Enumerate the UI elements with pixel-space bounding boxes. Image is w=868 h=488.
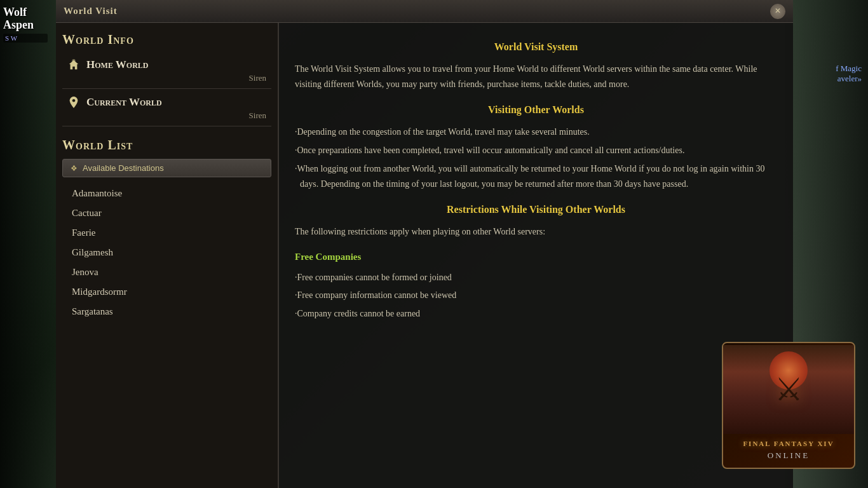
char-name-wolf: Wolf xyxy=(3,6,48,19)
home-icon-svg xyxy=(68,59,79,71)
svg-point-0 xyxy=(72,59,75,62)
home-world-entry: Home World Siren xyxy=(62,55,271,89)
ffxiv-art-figure: ⚔ xyxy=(775,371,803,408)
ffxiv-art: ⚔ xyxy=(723,345,854,434)
info-title-visiting: Visiting Other Worlds xyxy=(295,102,777,118)
close-icon: ✕ xyxy=(775,6,781,16)
title-bar: World Visit ✕ xyxy=(56,0,793,23)
content-area: World Info Home World Siren xyxy=(56,23,793,488)
world-list: Adamantoise Cactuar Faerie Gilgamesh Jen… xyxy=(62,184,271,322)
info-text-free-companies: ·Free companies cannot be formed or join… xyxy=(295,270,777,322)
right-game-text: f Magic aveler» xyxy=(836,64,862,84)
info-text-restrictions-intro: The following restrictions apply when pl… xyxy=(295,224,777,240)
list-item[interactable]: Midgardsormr xyxy=(69,282,271,302)
world-info-title: World Info xyxy=(62,32,271,47)
current-world-row: Current World xyxy=(62,92,271,112)
home-world-server: Siren xyxy=(62,73,271,83)
list-item[interactable]: Cactuar xyxy=(69,203,271,223)
world-list-title: World List xyxy=(62,138,271,152)
home-world-row: Home World xyxy=(62,55,271,75)
magic-text: f Magic xyxy=(836,64,862,74)
current-world-entry: Current World Siren xyxy=(62,92,271,126)
info-subtitle-free-companies: Free Companies xyxy=(295,249,777,265)
svg-point-1 xyxy=(72,99,76,102)
traveler-text: aveler» xyxy=(836,74,862,84)
home-world-icon xyxy=(67,58,80,71)
info-panel[interactable]: World Visit System The World Visit Syste… xyxy=(279,23,793,488)
info-text-visiting: ·Depending on the congestion of the targ… xyxy=(295,125,777,191)
ffxiv-logo-title: FINAL FANTASY XIV xyxy=(743,439,834,448)
current-world-icon xyxy=(67,96,80,109)
info-bullet-2: ·Once preparations have been completed, … xyxy=(295,143,777,158)
current-world-name: Current World xyxy=(86,96,162,109)
info-bullet-fc-3: ·Company credits cannot be earned xyxy=(295,306,777,322)
main-panel: World Visit ✕ World Info H xyxy=(56,0,793,488)
list-item[interactable]: Gilgamesh xyxy=(69,243,271,262)
ffxiv-logo-sub: ONLINE xyxy=(743,451,834,461)
info-title-visit-system: World Visit System xyxy=(295,39,777,55)
info-title-restrictions: Restrictions While Visiting Other Worlds xyxy=(295,201,777,218)
list-item[interactable]: Faerie xyxy=(69,223,271,243)
list-item[interactable]: Jenova xyxy=(69,262,271,282)
info-bullet-fc-2: ·Free company information cannot be view… xyxy=(295,288,777,303)
sidebar: World Info Home World Siren xyxy=(56,23,278,488)
char-name-aspen: Aspen xyxy=(3,19,48,32)
location-pin-icon xyxy=(69,97,78,108)
list-item[interactable]: Sargatanas xyxy=(69,302,271,322)
world-tag: S W xyxy=(3,34,48,43)
ffxiv-logo-box: ⚔ FINAL FANTASY XIV ONLINE xyxy=(722,342,855,469)
info-bullet-fc-1: ·Free companies cannot be formed or join… xyxy=(295,270,777,285)
home-world-name: Home World xyxy=(86,58,149,71)
list-item[interactable]: Adamantoise xyxy=(69,184,271,203)
left-character-area: Wolf Aspen S W xyxy=(0,0,51,488)
current-world-server: Siren xyxy=(62,111,271,121)
info-bullet-3: ·When logging out from another World, yo… xyxy=(295,161,777,192)
close-button[interactable]: ✕ xyxy=(770,4,785,19)
info-bullet-1: ·Depending on the congestion of the targ… xyxy=(295,125,777,140)
info-text-visit-system: The World Visit System allows you to tra… xyxy=(295,62,777,92)
available-destinations-button[interactable]: Available Destinations xyxy=(62,159,271,177)
window-title: World Visit xyxy=(64,6,118,17)
